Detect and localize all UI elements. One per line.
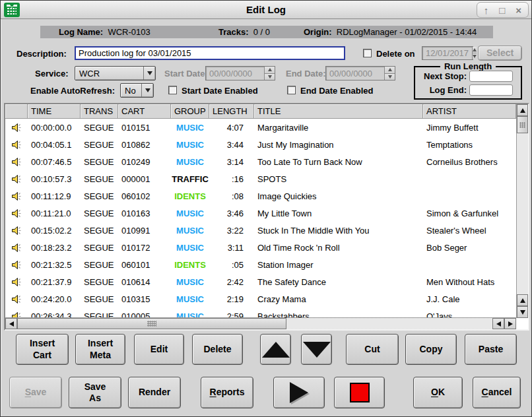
combo-arrow-icon	[143, 67, 155, 80]
cell-cart: 010614	[118, 277, 171, 287]
column-header-trans[interactable]: TRANS	[81, 104, 118, 119]
save-as-button[interactable]: Save As	[69, 377, 121, 408]
select-date-button[interactable]: Select	[478, 46, 522, 61]
cell-group: TRAFFIC	[171, 174, 209, 184]
insert-meta-button[interactable]: Insert Meta	[75, 334, 125, 365]
scroll-right-icon[interactable]	[504, 318, 516, 329]
date-spinner[interactable]	[472, 47, 477, 59]
render-button[interactable]: Render	[128, 377, 181, 408]
delete-on-checkbox[interactable]	[363, 49, 372, 57]
column-header-time[interactable]: TIME	[28, 104, 81, 119]
date-spinner[interactable]	[264, 67, 275, 80]
maximize-icon[interactable]: □	[499, 5, 505, 16]
cell-length: 3:14	[209, 157, 254, 167]
vertical-scrollbar-track[interactable]	[517, 133, 528, 294]
table-row[interactable]: 00:26:34.3 SEGUE 010005 MUSIC 2:59 Backs…	[5, 307, 516, 318]
table-row[interactable]: 00:10:57.3 SEGUE 000001 TRAFFIC :16 SPOT…	[5, 170, 516, 187]
table-row[interactable]: 00:21:32.5 SEGUE 060101 IDENTS :05 Stati…	[5, 256, 516, 273]
start-date-enabled-checkbox[interactable]	[168, 86, 177, 94]
start-date-spinbox[interactable]: 00/00/0000	[205, 66, 275, 80]
cell-title: Old Time Rock 'n Roll	[254, 243, 423, 253]
move-down-button[interactable]	[301, 334, 332, 365]
close-icon[interactable]: ×	[515, 5, 521, 16]
cell-length: 4:07	[209, 123, 254, 133]
reports-button[interactable]: Reports	[201, 377, 253, 408]
column-header-cart[interactable]: CART	[118, 104, 171, 119]
log-name: Log Name: WCR-0103	[59, 27, 150, 37]
log-info-strip: Log Name: WCR-0103 Tracks: 0 / 0 Origin:…	[40, 26, 493, 38]
cell-time: 00:00:00.0	[28, 123, 81, 133]
autorefresh-label: Enable AutoRefresh:	[30, 86, 115, 96]
cell-artist: Simon & Garfunkel	[423, 208, 516, 218]
description-input[interactable]	[75, 46, 345, 60]
cancel-button[interactable]: Cancel	[473, 377, 521, 408]
speaker-icon	[5, 242, 28, 253]
log-origin: Origin: RDLogManager - 01/02/2015 - 14:4…	[304, 27, 477, 37]
column-header-group[interactable]: GROUP	[171, 104, 209, 119]
cell-artist: J.J. Cale	[423, 294, 516, 304]
end-date-enabled-label: End Date Enabled	[300, 86, 374, 96]
cell-artist: Men Without Hats	[423, 277, 516, 287]
horizontal-scrollbar[interactable]	[5, 317, 516, 329]
date-spinner[interactable]	[384, 67, 395, 80]
stop-icon	[350, 383, 370, 402]
column-header-length[interactable]: LENGTH	[209, 104, 254, 119]
insert-cart-button[interactable]: Insert Cart	[16, 334, 69, 365]
ok-button[interactable]: OK	[413, 377, 463, 408]
table-row[interactable]: 00:11:21.0 SEGUE 010163 MUSIC 3:46 My Li…	[5, 205, 516, 222]
log-end-label: Log End:	[430, 85, 467, 95]
cell-cart: 010172	[118, 243, 171, 253]
cell-group: MUSIC	[171, 157, 209, 167]
service-label: Service:	[35, 69, 69, 79]
tracks-count: Tracks: 0 / 0	[218, 27, 270, 37]
table-row[interactable]: 00:18:23.2 SEGUE 010172 MUSIC 3:11 Old T…	[5, 239, 516, 256]
cell-time: 00:24:20.0	[28, 294, 81, 304]
column-header-icon[interactable]	[5, 104, 28, 119]
scroll-left-icon[interactable]	[492, 318, 504, 329]
cell-length: 3:11	[209, 243, 254, 253]
table-row[interactable]: 00:24:20.0 SEGUE 010315 MUSIC 2:19 Crazy…	[5, 290, 516, 307]
play-button[interactable]	[273, 377, 325, 408]
titlebar[interactable]: Edit Log ↑ □ ×	[1, 1, 531, 19]
autorefresh-combo[interactable]: No	[120, 83, 154, 98]
horizontal-scrollbar-track[interactable]	[286, 318, 492, 329]
scroll-up-icon[interactable]	[517, 104, 528, 116]
edit-button[interactable]: Edit	[134, 334, 184, 365]
service-combo[interactable]: WCR	[75, 66, 156, 80]
table-row[interactable]: 00:00:00.0 SEGUE 010151 MUSIC 4:07 Marga…	[5, 119, 516, 136]
scroll-down-icon[interactable]	[517, 306, 528, 318]
column-header-artist[interactable]: ARTIST	[423, 104, 516, 119]
scroll-left-icon[interactable]	[5, 318, 17, 329]
end-date-spinbox[interactable]: 00/00/0000	[325, 66, 395, 80]
cell-group: MUSIC	[171, 226, 209, 236]
cut-button[interactable]: Cut	[346, 334, 399, 365]
cell-title: Too Late To Turn Back Now	[254, 157, 423, 167]
table-row[interactable]: 00:15:02.2 SEGUE 010991 MUSIC 3:22 Stuck…	[5, 222, 516, 239]
copy-button[interactable]: Copy	[405, 334, 457, 365]
cell-artist: Stealer's Wheel	[423, 226, 516, 236]
vertical-scrollbar-thumb[interactable]	[517, 116, 528, 133]
scroll-up-icon[interactable]	[517, 294, 528, 306]
speaker-icon	[5, 225, 28, 236]
table-row[interactable]: 00:04:05.1 SEGUE 010862 MUSIC 3:44 Just …	[5, 136, 516, 153]
end-date-enabled-checkbox[interactable]	[287, 86, 296, 94]
vertical-scrollbar[interactable]	[516, 104, 528, 318]
horizontal-scrollbar-thumb[interactable]	[17, 318, 286, 329]
cell-trans: SEGUE	[81, 208, 118, 218]
cell-length: :08	[209, 191, 254, 201]
column-header-title[interactable]: TITLE	[254, 104, 423, 119]
table-row[interactable]: 00:07:46.5 SEGUE 010249 MUSIC 3:14 Too L…	[5, 153, 516, 170]
stop-button[interactable]	[334, 377, 385, 408]
next-stop-label: Next Stop:	[424, 71, 467, 81]
table-row[interactable]: 00:21:37.9 SEGUE 010614 MUSIC 2:42 The S…	[5, 273, 516, 290]
speaker-icon	[5, 294, 28, 305]
move-up-button[interactable]	[260, 334, 291, 365]
delete-on-date-spinbox[interactable]: 12/01/2017	[422, 46, 473, 60]
delete-button[interactable]: Delete	[192, 334, 243, 365]
shade-icon[interactable]: ↑	[484, 5, 489, 16]
save-button[interactable]: Save	[9, 377, 62, 408]
table-row[interactable]: 00:11:12.9 SEGUE 060102 IDENTS :08 Image…	[5, 187, 516, 205]
cell-group: MUSIC	[171, 277, 209, 287]
paste-button[interactable]: Paste	[465, 334, 517, 365]
end-date-label: End Date:	[286, 69, 326, 79]
